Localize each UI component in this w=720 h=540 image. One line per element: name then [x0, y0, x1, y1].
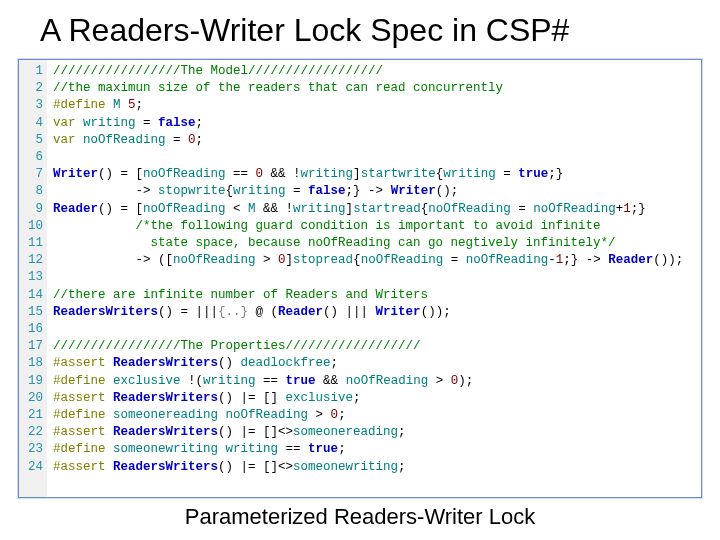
tok: ; — [196, 133, 204, 147]
tok: writing — [301, 167, 354, 181]
tok: noOfReading — [173, 253, 256, 267]
tok: @ ( — [248, 305, 278, 319]
tok: ] — [353, 167, 361, 181]
tok: noOfReading — [346, 374, 429, 388]
tok: && ! — [263, 167, 301, 181]
tok: ReadersWriters — [113, 356, 218, 370]
tok: ; — [353, 391, 361, 405]
tok: var — [53, 116, 76, 130]
tok: #assert — [53, 356, 106, 370]
tok: () = ||| — [158, 305, 218, 319]
tok: () = [ — [98, 167, 143, 181]
tok: ; — [338, 442, 346, 456]
tok: = — [496, 167, 519, 181]
tok: = — [166, 133, 189, 147]
tok: true — [286, 374, 316, 388]
tok: 0 — [256, 167, 264, 181]
tok: #define — [53, 408, 106, 422]
tok: M — [248, 202, 256, 216]
tok: noOfReading — [143, 167, 226, 181]
tok: 5 — [128, 98, 136, 112]
tok: startwrite — [361, 167, 436, 181]
tok: > — [256, 253, 279, 267]
tok: someonereading — [113, 408, 218, 422]
tok: noOfReading — [361, 253, 444, 267]
tok: ; — [398, 460, 406, 474]
tok: stopwrite — [158, 184, 226, 198]
tok: ;} — [631, 202, 646, 216]
tok: == — [278, 442, 308, 456]
tok: writing — [226, 442, 279, 456]
tok: #define — [53, 374, 106, 388]
tok: Writer — [53, 167, 98, 181]
tok: () ||| — [323, 305, 376, 319]
tok: !( — [181, 374, 204, 388]
tok: -> ([ — [53, 253, 173, 267]
tok: true — [518, 167, 548, 181]
tok: Reader — [608, 253, 653, 267]
tok: { — [353, 253, 361, 267]
tok: ;} -> — [563, 253, 608, 267]
code-line: /*the following guard condition is impor… — [53, 219, 601, 233]
tok: () — [218, 356, 241, 370]
tok: == — [256, 374, 286, 388]
tok: writing — [233, 184, 286, 198]
tok: { — [226, 184, 234, 198]
tok: Reader — [278, 305, 323, 319]
tok: ); — [458, 374, 473, 388]
tok: -> — [53, 184, 158, 198]
tok: #define — [53, 98, 106, 112]
tok: = — [136, 116, 159, 130]
tok: var — [53, 133, 76, 147]
tok: == — [226, 167, 256, 181]
slide-caption: Parameterized Readers-Writer Lock — [18, 504, 702, 530]
tok: = — [286, 184, 309, 198]
tok: ; — [331, 356, 339, 370]
tok: startread — [353, 202, 421, 216]
tok: ()); — [653, 253, 683, 267]
tok: exclusive — [113, 374, 181, 388]
tok: ReadersWriters — [113, 425, 218, 439]
slide-title: A Readers-Writer Lock Spec in CSP# — [18, 12, 702, 49]
tok: true — [308, 442, 338, 456]
tok: noOfReading — [226, 408, 309, 422]
tok: ;} -> — [346, 184, 391, 198]
tok: Reader — [53, 202, 98, 216]
tok: writing — [203, 374, 256, 388]
tok: writing — [83, 116, 136, 130]
tok: noOfReading — [466, 253, 549, 267]
tok: someonewriting — [293, 460, 398, 474]
tok: #assert — [53, 391, 106, 405]
tok: ; — [398, 425, 406, 439]
tok: 0 — [331, 408, 339, 422]
tok: Writer — [391, 184, 436, 198]
tok: noOfReading — [533, 202, 616, 216]
tok: ; — [196, 116, 204, 130]
tok: (); — [436, 184, 459, 198]
code-line: /////////////////The Properties/////////… — [53, 339, 421, 353]
code-box: 1 2 3 4 5 6 7 8 9 10 11 12 13 14 15 16 1… — [18, 59, 702, 498]
tok: ReadersWriters — [53, 305, 158, 319]
tok: ] — [286, 253, 294, 267]
tok: noOfReading — [143, 202, 226, 216]
slide: A Readers-Writer Lock Spec in CSP# 1 2 3… — [0, 0, 720, 540]
tok: 0 — [278, 253, 286, 267]
tok: writing — [293, 202, 346, 216]
tok: ; — [136, 98, 144, 112]
tok: false — [308, 184, 346, 198]
code-line: //the maximun size of the readers that c… — [53, 81, 503, 95]
code-line: /////////////////The Model//////////////… — [53, 64, 383, 78]
tok: noOfReading — [83, 133, 166, 147]
tok: exclusive — [286, 391, 354, 405]
tok: ] — [346, 202, 354, 216]
tok: #define — [53, 442, 106, 456]
tok: ()); — [421, 305, 451, 319]
tok: () |= []<> — [218, 425, 293, 439]
tok: M — [113, 98, 121, 112]
code-line: //there are infinite number of Readers a… — [53, 288, 428, 302]
tok: > — [308, 408, 331, 422]
tok: 0 — [188, 133, 196, 147]
tok: && ! — [256, 202, 294, 216]
tok: noOfReading — [428, 202, 511, 216]
tok: ReadersWriters — [113, 391, 218, 405]
